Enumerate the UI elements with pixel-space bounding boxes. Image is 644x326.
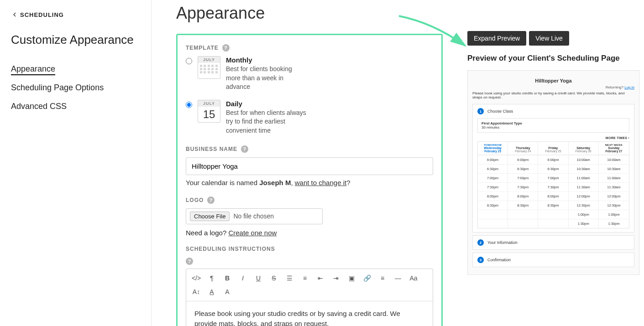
preview-step-head: 2 Your Information (477, 239, 629, 246)
hr-button[interactable]: — (391, 272, 405, 285)
view-live-button[interactable]: View Live (529, 31, 569, 46)
business-name-input[interactable] (186, 157, 433, 175)
form-column: Appearance TEMPLATE ? JULY Monthly Best … (152, 0, 463, 326)
time-slot[interactable]: 11:00am (569, 173, 599, 182)
underline-button[interactable]: U (251, 272, 266, 285)
preview-day-header: SaturdayFebruary 26 (569, 142, 599, 155)
expand-preview-button[interactable]: Expand Preview (467, 31, 526, 46)
time-slot[interactable]: 10:30am (569, 164, 599, 173)
template-option-daily[interactable]: JULY 15 Daily Best for when clients alwa… (186, 100, 433, 135)
appt-name: First Appointment Type (482, 121, 522, 125)
time-slot[interactable]: 7:30pm (478, 182, 508, 191)
code-view-button[interactable]: </> (189, 272, 204, 285)
help-icon[interactable]: ? (186, 258, 193, 265)
business-name-label: BUSINESS NAME ? (186, 145, 248, 153)
ordered-list-button[interactable]: ≡ (298, 272, 312, 285)
named-prefix: Your calendar is named (186, 179, 259, 186)
more-times-link[interactable]: MORE TIMES › (477, 136, 629, 140)
outdent-button[interactable]: ⇤ (313, 272, 328, 285)
time-slot[interactable]: 8:00pm (538, 191, 568, 201)
time-slot[interactable]: 11:30am (599, 182, 629, 191)
time-slot[interactable]: 6:30pm (508, 164, 538, 173)
template-radio-monthly[interactable] (186, 58, 192, 64)
template-option-monthly[interactable]: JULY Monthly Best for clients booking mo… (186, 56, 433, 92)
preview-step-confirmation[interactable]: 3 Confirmation (472, 253, 634, 267)
option-text: Daily Best for when clients always try t… (226, 100, 433, 135)
returning-text: Returning? (606, 85, 624, 89)
text-color-button[interactable]: A (204, 285, 219, 298)
sidebar-item-scheduling-page-options[interactable]: Scheduling Page Options (11, 78, 140, 97)
time-slot[interactable]: 11:00am (599, 173, 629, 182)
time-slot[interactable]: 1:00pm (599, 210, 629, 219)
time-slot[interactable]: 11:30am (569, 182, 599, 191)
time-slot[interactable]: 7:00pm (538, 173, 568, 182)
time-slot[interactable]: 12:00pm (569, 191, 599, 201)
option-desc: Best for clients booking more than a wee… (226, 65, 308, 92)
text-size-button[interactable]: Aa (406, 272, 421, 285)
choose-file-button[interactable]: Choose File (190, 212, 230, 221)
time-slot[interactable]: 6:00pm (478, 155, 508, 164)
create-logo-link[interactable]: Create one now (228, 229, 277, 237)
time-slot[interactable]: 1:00pm (569, 210, 599, 219)
sidebar-item-advanced-css[interactable]: Advanced CSS (11, 97, 140, 116)
preview-step-choose-class: 1 Choose Class First Appointment Type 30… (472, 104, 634, 233)
align-button[interactable]: ≡ (375, 272, 390, 285)
highlight-button[interactable]: A (220, 285, 235, 298)
indent-button[interactable]: ⇥ (329, 272, 343, 285)
time-slot: . (478, 219, 508, 228)
time-slot[interactable]: 6:30pm (478, 164, 508, 173)
preview-login-link[interactable]: Log in (624, 85, 634, 89)
file-chosen-text: No file chosen (233, 212, 274, 220)
option-desc: Best for when clients always try to find… (226, 109, 308, 135)
time-slot[interactable]: 12:00pm (599, 191, 629, 201)
time-slot[interactable]: 8:00pm (508, 191, 538, 201)
help-icon[interactable]: ? (222, 44, 230, 52)
main: Appearance TEMPLATE ? JULY Monthly Best … (152, 0, 644, 326)
template-label: TEMPLATE ? (186, 44, 230, 52)
template-radio-daily[interactable] (186, 102, 192, 108)
step-label: Confirmation (487, 258, 511, 262)
time-slot[interactable]: 12:30pm (599, 201, 629, 210)
instructions-label: SCHEDULING INSTRUCTIONS (186, 246, 433, 252)
paragraph-button[interactable]: ¶ (204, 272, 219, 285)
strikethrough-button[interactable]: S (267, 272, 281, 285)
time-slot[interactable]: 10:30am (599, 164, 629, 173)
page-title: Appearance (176, 4, 443, 23)
time-slot[interactable]: 10:00am (599, 155, 629, 164)
unordered-list-button[interactable]: ☰ (282, 272, 297, 285)
step-number-badge: 3 (477, 257, 484, 263)
sidebar-item-appearance[interactable]: Appearance (11, 60, 140, 78)
preview-appointment-type[interactable]: First Appointment Type 30 minutes (477, 118, 629, 133)
time-slot[interactable]: 6:30pm (538, 164, 568, 173)
time-slot[interactable]: 1:30pm (599, 219, 629, 228)
preview-day-headers: TOMORROWWednesdayFebruary 23 ThursdayFeb… (478, 142, 629, 155)
change-calendar-name-link[interactable]: want to change it (295, 179, 346, 186)
preview-step-your-information[interactable]: 2 Your Information (472, 235, 634, 250)
time-slot[interactable]: 6:00pm (538, 155, 568, 164)
time-slot[interactable]: 7:00pm (478, 173, 508, 182)
preview-day-header: TOMORROWWednesdayFebruary 23 (478, 142, 508, 155)
bold-button[interactable]: B (220, 272, 235, 285)
time-slot[interactable]: 1:30pm (569, 219, 599, 228)
time-slot[interactable]: 7:30pm (508, 182, 538, 191)
help-icon[interactable]: ? (207, 197, 215, 204)
back-to-scheduling[interactable]: SCHEDULING (11, 11, 140, 18)
time-slot[interactable]: 8:00pm (478, 191, 508, 201)
time-slot[interactable]: 8:30pm (478, 201, 508, 210)
image-button[interactable]: ▣ (344, 272, 359, 285)
instructions-textarea[interactable]: Please book using your studio credits or… (186, 301, 433, 326)
time-slot[interactable]: 12:30pm (569, 201, 599, 210)
time-slot[interactable]: 8:30pm (508, 201, 538, 210)
link-button[interactable]: 🔗 (360, 272, 374, 285)
logo-file-input[interactable]: Choose File No file chosen (186, 208, 323, 224)
help-icon[interactable]: ? (241, 145, 248, 153)
need-logo-text: Need a logo? Create one now (186, 229, 433, 237)
time-slot[interactable]: 8:30pm (538, 201, 568, 210)
italic-button[interactable]: I (236, 272, 250, 285)
superscript-button[interactable]: A↕ (189, 285, 204, 298)
time-slot[interactable]: 7:30pm (538, 182, 568, 191)
time-slot[interactable]: 10:00am (569, 155, 599, 164)
time-slot[interactable]: 7:00pm (508, 173, 538, 182)
time-slot[interactable]: 6:00pm (508, 155, 538, 164)
form-panel: TEMPLATE ? JULY Monthly Best for clients… (176, 34, 443, 326)
